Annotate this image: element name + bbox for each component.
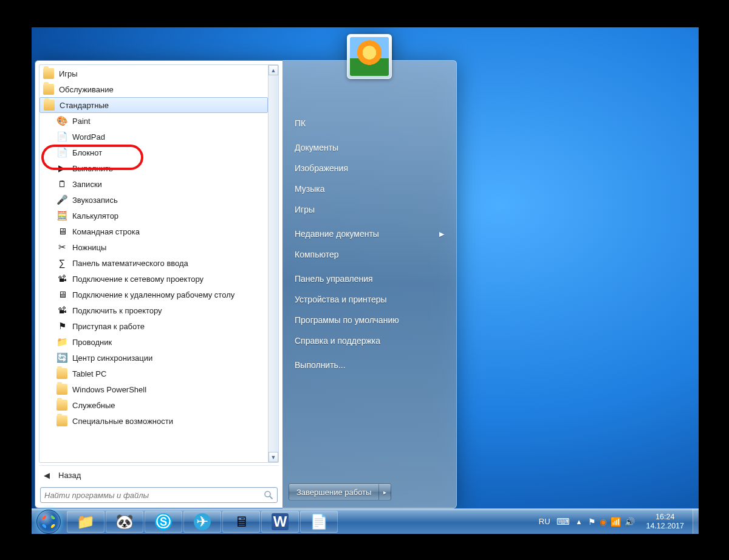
taskbar-button-panda-app[interactable]: 🐼 — [106, 511, 143, 533]
program-item-label: Командная строка — [72, 227, 140, 236]
taskbar-button-task-manager[interactable]: 🖥 — [222, 511, 260, 533]
right-pane-link-10[interactable]: Справка и поддержка — [289, 330, 450, 351]
program-item-label: Блокнот — [72, 148, 102, 157]
taskbar-button-word[interactable]: W — [261, 511, 299, 533]
folder-icon — [56, 400, 67, 411]
language-indicator[interactable]: RU — [539, 517, 550, 526]
clock-time: 16:24 — [646, 513, 684, 521]
taskbar-button-telegram[interactable]: ✈ — [183, 511, 221, 533]
user-avatar[interactable] — [347, 34, 392, 79]
right-pane-link-7[interactable]: Панель управления — [289, 268, 450, 289]
program-item-3[interactable]: 🎨Paint — [39, 113, 268, 129]
netproj-icon: 📽 — [56, 273, 67, 284]
program-item-18[interactable]: 🔄Центр синхронизации — [39, 350, 268, 366]
program-item-16[interactable]: ⚑Приступая к работе — [39, 318, 268, 334]
clock-date: 14.12.2017 — [646, 522, 684, 530]
program-item-label: Проводник — [72, 338, 112, 347]
right-pane-link-2[interactable]: Изображения — [289, 158, 450, 179]
program-item-9[interactable]: 🧮Калькулятор — [39, 208, 268, 224]
program-item-label: Windows PowerShell — [72, 385, 146, 394]
right-pane-link-label: Документы — [295, 143, 338, 152]
program-item-label: Tablet PC — [72, 369, 106, 378]
right-pane-link-1[interactable]: Документы — [289, 137, 450, 158]
program-item-19[interactable]: Tablet PC — [39, 366, 268, 381]
search-input[interactable] — [44, 491, 264, 500]
flag-icon[interactable]: ⚑ — [588, 517, 596, 527]
right-pane-link-0[interactable]: ПК — [289, 113, 450, 134]
right-pane-link-11[interactable]: Выполнить... — [289, 355, 450, 375]
volume-icon[interactable]: 🔊 — [625, 517, 635, 527]
program-item-7[interactable]: 🗒Записки — [39, 176, 268, 192]
taskbar-button-notepad[interactable]: 📄 — [300, 511, 338, 533]
right-pane-link-label: Компьютер — [295, 250, 338, 259]
app-tray-icon[interactable]: ◉ — [600, 517, 607, 527]
scroll-track[interactable] — [269, 75, 278, 452]
programs-scrollbar[interactable]: ▲ ▼ — [268, 65, 278, 462]
program-item-label: Подключить к проектору — [72, 306, 162, 315]
right-pane-link-3[interactable]: Музыка — [289, 179, 450, 199]
program-item-22[interactable]: Специальные возможности — [39, 413, 268, 429]
mic-icon: 🎤 — [56, 194, 67, 205]
right-pane-link-label: Справка и поддержка — [295, 336, 380, 346]
program-item-4[interactable]: 📄WordPad — [39, 129, 268, 145]
back-button[interactable]: ◀ Назад — [39, 465, 279, 483]
right-pane-link-9[interactable]: Программы по умолчанию — [289, 310, 450, 330]
scroll-down-button[interactable]: ▼ — [269, 452, 278, 462]
program-item-5[interactable]: 📄Блокнот — [39, 145, 268, 160]
right-pane-link-8[interactable]: Устройства и принтеры — [289, 289, 450, 310]
program-item-20[interactable]: Windows PowerShell — [39, 381, 268, 397]
right-pane-link-label: Игры — [295, 205, 315, 214]
program-item-0[interactable]: Игры — [39, 66, 268, 81]
program-item-11[interactable]: ✂Ножницы — [39, 239, 268, 255]
explorer-icon: 📁 — [56, 336, 67, 347]
skype-icon: Ⓢ — [155, 513, 172, 530]
telegram-icon: ✈ — [194, 513, 211, 530]
program-item-10[interactable]: 🖥Командная строка — [39, 224, 268, 239]
program-item-label: Служебные — [72, 401, 115, 410]
right-pane-link-4[interactable]: Игры — [289, 199, 450, 220]
right-pane-link-5[interactable]: Недавние документы▶ — [289, 224, 450, 244]
program-item-6[interactable]: ▶Выполнить — [39, 160, 268, 176]
program-item-21[interactable]: Служебные — [39, 397, 268, 413]
keyboard-icon[interactable]: ⌨ — [556, 516, 570, 527]
program-item-1[interactable]: Обслуживание — [39, 81, 268, 97]
program-item-15[interactable]: 📽Подключить к проектору — [39, 302, 268, 318]
program-item-label: Центр синхронизации — [72, 353, 152, 363]
search-box[interactable] — [40, 487, 278, 503]
shutdown-button[interactable]: Завершение работы ▸ — [289, 483, 391, 500]
start-button[interactable] — [32, 509, 66, 534]
taskbar-button-explorer[interactable]: 📁 — [67, 511, 104, 533]
cmd-icon: 🖥 — [56, 226, 67, 237]
svg-line-1 — [270, 496, 273, 499]
shutdown-options-button[interactable]: ▸ — [378, 484, 391, 500]
program-item-label: Записки — [72, 180, 102, 189]
run-icon: ▶ — [56, 163, 67, 174]
program-item-label: Игры — [59, 69, 78, 78]
submenu-arrow-icon: ▶ — [439, 230, 444, 238]
taskbar-button-skype[interactable]: Ⓢ — [145, 511, 182, 533]
panda-app-icon: 🐼 — [116, 513, 133, 530]
start-menu-right-pane: ПКДокументыИзображенияМузыкаИгрыНедавние… — [282, 60, 457, 508]
program-item-label: Панель математического ввода — [72, 259, 188, 268]
program-item-label: Специальные возможности — [72, 417, 173, 426]
clock[interactable]: 16:24 14.12.2017 — [641, 511, 689, 532]
tray-expand-button[interactable]: ▲ — [576, 518, 583, 525]
program-item-17[interactable]: 📁Проводник — [39, 334, 268, 350]
network-icon[interactable]: 📶 — [611, 517, 621, 527]
windows-logo-icon — [36, 510, 61, 534]
right-pane-link-label: Выполнить... — [295, 360, 346, 370]
program-item-12[interactable]: ∑Панель математического ввода — [39, 255, 268, 271]
program-item-8[interactable]: 🎤Звукозапись — [39, 192, 268, 208]
folder-icon — [43, 84, 54, 95]
program-item-13[interactable]: 📽Подключение к сетевому проектору — [39, 271, 268, 287]
math-icon: ∑ — [56, 258, 67, 268]
tray-icons: ⚑ ◉ 📶 🔊 — [588, 517, 635, 527]
right-pane-link-label: Музыка — [295, 184, 325, 194]
program-item-2[interactable]: Стандартные — [39, 97, 268, 113]
show-desktop-button[interactable] — [693, 509, 699, 534]
right-pane-link-6[interactable]: Компьютер — [289, 244, 450, 265]
program-item-14[interactable]: 🖥Подключение к удаленному рабочему столу — [39, 287, 268, 302]
scroll-up-button[interactable]: ▲ — [269, 65, 278, 75]
right-pane-link-label: Недавние документы — [295, 229, 379, 239]
calc-icon: 🧮 — [56, 210, 67, 221]
